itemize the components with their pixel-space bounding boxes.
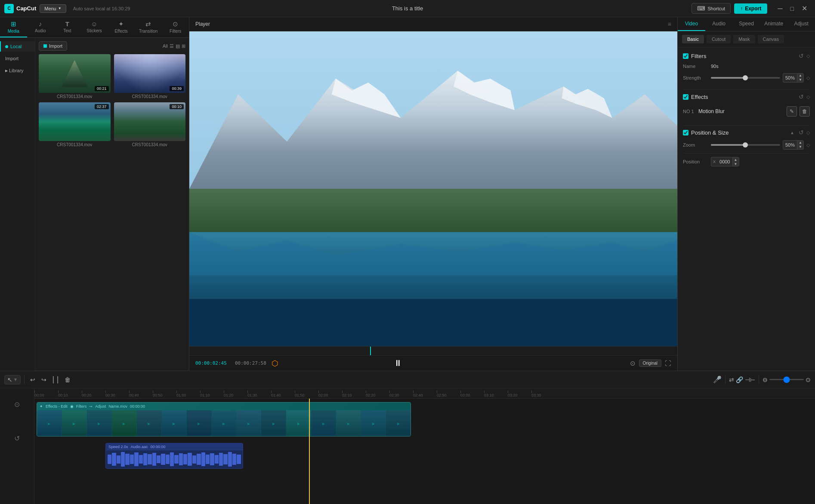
position-diamond-button[interactable]: ◇ [806, 130, 810, 135]
color-wheel-icon[interactable]: ⬡ [272, 359, 278, 368]
effects-diamond-button[interactable]: ◇ [806, 94, 810, 100]
player-menu-icon[interactable]: ≡ [668, 21, 671, 28]
subtab-canvas[interactable]: Canvas [758, 35, 784, 43]
subtab-basic[interactable]: Basic [682, 35, 704, 43]
tab-audio[interactable]: ♪ Audio [27, 17, 54, 37]
strength-decrement[interactable]: ▼ [797, 78, 803, 82]
audio-track-icon[interactable]: ↺ [14, 434, 20, 443]
subtab-cutout[interactable]: Cutout [707, 35, 731, 43]
tab-filters[interactable]: ⊙ Filters [162, 17, 189, 37]
zoom-diamond[interactable]: ◇ [806, 142, 810, 148]
tab-transition[interactable]: ⇄ Transition [135, 17, 162, 37]
filters-icon: ⊙ [173, 20, 178, 28]
close-button[interactable]: ✕ [798, 3, 811, 13]
tab-effects[interactable]: ✦ Effects [108, 17, 135, 37]
filters-diamond-button[interactable]: ◇ [806, 53, 810, 59]
audio-clip-header: Speed 2.0x Audio.aac 00:00:00 [106, 443, 243, 450]
transition-icon: ⇄ [145, 20, 151, 28]
original-button[interactable]: Original [639, 360, 661, 367]
media-item-4[interactable]: 00:10 CRST001334.mov [114, 102, 186, 147]
import-button[interactable]: Import [39, 41, 67, 51]
right-tab-video[interactable]: Video [678, 17, 705, 31]
strength-increment[interactable]: ▲ [797, 74, 803, 78]
effect-delete-button[interactable]: 🗑 [800, 106, 810, 117]
filter-sort-button[interactable]: ☰ [170, 43, 174, 49]
position-collapse-icon[interactable]: ▲ [790, 130, 794, 135]
main-track-btn[interactable]: ⇄ [729, 376, 734, 383]
cursor-tool[interactable]: ↖ [7, 376, 12, 383]
cursor-tool-group: ↖ ▼ [4, 375, 21, 384]
video-track-icon[interactable]: ⊙ [14, 400, 20, 409]
maximize-button[interactable]: □ [787, 3, 797, 13]
media-item-1[interactable]: 00:21 CRST001334.mov [39, 54, 111, 99]
menu-button[interactable]: Menu ▼ [40, 4, 66, 13]
strength-stepper: ▲ ▼ [797, 74, 803, 82]
right-tab-speed[interactable]: Speed [733, 17, 760, 31]
minimize-button[interactable]: ─ [774, 3, 786, 13]
zoom-fill [711, 144, 745, 146]
subtab-mask[interactable]: Mask [733, 35, 755, 43]
mic-button[interactable]: 🎤 [713, 375, 722, 384]
effects-header: Effects ↺ ◇ [683, 93, 810, 100]
video-clip[interactable]: ✦ Effects - Edit ◉ Filters ⊸ Adjust Name… [37, 402, 411, 436]
effects-checkbox[interactable] [683, 94, 688, 100]
right-tab-audio[interactable]: Audio [705, 17, 733, 31]
filter-grid-button[interactable]: ⊞ [182, 43, 185, 49]
strength-slider-container: 50% ▲ ▼ ◇ [711, 73, 810, 83]
filter-list-button[interactable]: ▤ [176, 43, 180, 49]
tab-media[interactable]: ⊞ Media [0, 17, 27, 37]
zoom-row: Zoom 50% ▲ ▼ ◇ [683, 140, 810, 150]
right-tab-adjust[interactable]: Adjust [787, 17, 815, 31]
undo-button[interactable]: ↩ [28, 375, 37, 384]
play-pause-button[interactable]: ⏸ [394, 358, 402, 368]
split-audio-btn[interactable]: ⊣⊢ [745, 376, 755, 383]
fullscreen-button[interactable]: ⛶ [665, 360, 671, 367]
effects-icon: ✦ [118, 20, 124, 28]
timeline-ruler: 00:0000:1000:2000:3000:4000:5001:0001:10… [34, 388, 815, 399]
zoom-thumb[interactable] [743, 142, 748, 148]
position-reset-button[interactable]: ↺ [799, 129, 804, 136]
delete-button[interactable]: 🗑 [62, 375, 73, 384]
position-x-group: X 0000 ▲ ▼ [711, 157, 739, 166]
right-subtabs: Basic Cutout Mask Canvas [678, 31, 815, 47]
effect-edit-button[interactable]: ✎ [787, 106, 797, 117]
redo-button[interactable]: ↪ [39, 375, 49, 384]
export-button[interactable]: ↑ Export [734, 3, 767, 14]
audio-clip[interactable]: Speed 2.0x Audio.aac 00:00:00 [105, 443, 243, 469]
zoom-increment[interactable]: ▲ [797, 141, 803, 145]
link-btn[interactable]: 🔗 [736, 376, 743, 383]
text-icon: T [65, 20, 69, 28]
player-timeline-ruler[interactable] [189, 346, 677, 356]
sidebar-item-local[interactable]: Local [0, 41, 35, 52]
filters-reset-button[interactable]: ↺ [799, 52, 804, 59]
pos-x-increment[interactable]: ▲ [733, 157, 739, 162]
pos-x-decrement[interactable]: ▼ [733, 162, 739, 166]
tab-text[interactable]: T Text [54, 17, 81, 37]
right-tab-animate[interactable]: Animate [760, 17, 787, 31]
split-button[interactable]: ⎢⎥ [50, 375, 61, 384]
shortcut-button[interactable]: ⌨ Shortcut [692, 3, 731, 14]
right-tabs: Video Audio Speed Animate Adjust [678, 17, 815, 31]
sidebar-item-library[interactable]: ▶ Library [0, 65, 35, 76]
screenshot-button[interactable]: ⊙ [630, 360, 636, 367]
app-name: CapCut [16, 5, 36, 12]
tab-stickers[interactable]: ☺ Stickers [81, 17, 108, 37]
zoom-decrement[interactable]: ▼ [797, 145, 803, 149]
strength-diamond[interactable]: ◇ [806, 75, 810, 81]
media-icon: ⊞ [11, 20, 16, 28]
filters-title: Filters [691, 53, 796, 59]
sidebar-item-import[interactable]: Import [0, 53, 35, 64]
timeline-main: 00:0000:1000:2000:3000:4000:5001:0001:10… [34, 388, 815, 504]
zoom-fit-btn[interactable]: ⊙ [806, 376, 811, 383]
strength-slider-track[interactable] [711, 77, 780, 79]
media-item-3[interactable]: 02:37 CRST001334.mov [39, 102, 111, 147]
position-size-checkbox[interactable] [683, 130, 688, 135]
media-item-2[interactable]: 00:39 CRST001334.mov [114, 54, 186, 99]
zoom-out-btn[interactable]: ⊖ [763, 376, 768, 383]
filters-checkbox[interactable] [683, 53, 688, 59]
zoom-slider-track[interactable] [711, 144, 780, 146]
local-dot [5, 45, 8, 48]
strength-slider-thumb[interactable] [743, 75, 748, 80]
effects-reset-button[interactable]: ↺ [799, 93, 804, 100]
zoom-slider[interactable] [769, 379, 804, 380]
